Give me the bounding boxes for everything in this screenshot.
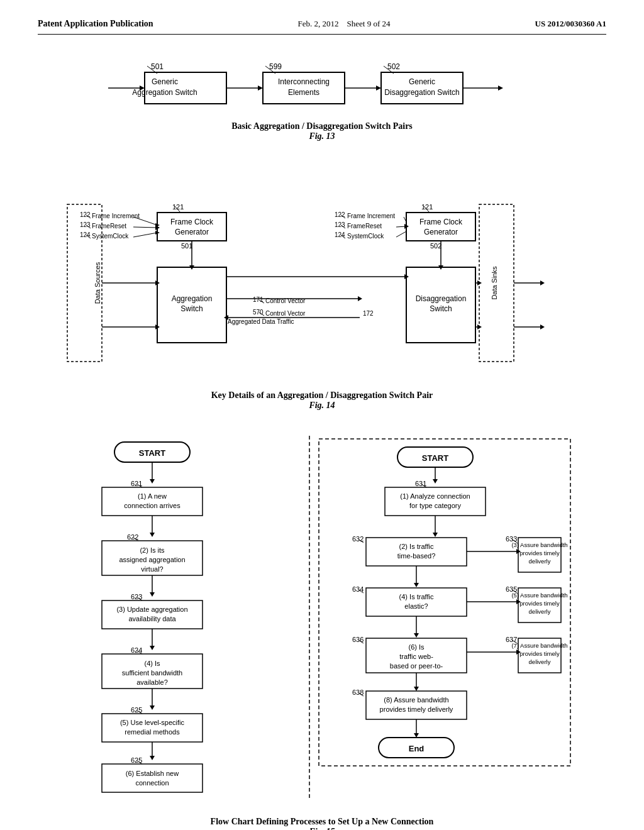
- svg-text:Switch: Switch: [430, 304, 452, 313]
- svg-text:provides timely: provides timely: [519, 600, 560, 607]
- svg-text:(3) Assure bandwidth: (3) Assure bandwidth: [511, 541, 567, 548]
- svg-marker-214: [414, 733, 419, 738]
- svg-text:Aggregated Data Traffic: Aggregated Data Traffic: [228, 318, 294, 325]
- svg-text:(1) A new: (1) A new: [138, 492, 167, 500]
- svg-text:501: 501: [151, 62, 164, 71]
- svg-text:Generic: Generic: [409, 77, 435, 86]
- svg-text:connection: connection: [135, 779, 169, 787]
- svg-text:(2) Is traffic: (2) Is traffic: [399, 543, 434, 550]
- svg-text:SystemClock: SystemClock: [92, 233, 129, 240]
- svg-text:(2) Is its: (2) Is its: [140, 546, 165, 554]
- svg-marker-96: [477, 324, 482, 329]
- svg-marker-8: [258, 86, 263, 91]
- header-center: Feb. 2, 2012 Sheet 9 of 24: [298, 19, 391, 29]
- svg-text:Generator: Generator: [424, 228, 458, 236]
- svg-text:elastic?: elastic?: [404, 602, 428, 610]
- svg-text:(1) Analyze connection: (1) Analyze connection: [400, 492, 470, 500]
- svg-text:remedial methods: remedial methods: [125, 728, 180, 736]
- publication-title: Patent Application Publication: [38, 19, 153, 29]
- fig13-title: Basic Aggregation / Disaggregation Switc…: [231, 121, 413, 131]
- svg-text:for type category: for type category: [409, 502, 461, 509]
- figure-13-section: 501 Generic Aggregation Switch 599 Inter…: [38, 60, 606, 141]
- svg-text:FrameReset: FrameReset: [347, 223, 382, 230]
- fig13-svg: 501 Generic Aggregation Switch 599 Inter…: [108, 60, 536, 116]
- svg-text:deliverly: deliverly: [529, 558, 551, 565]
- fig14-svg: Data Sources 121 Frame Clock Generator 1…: [64, 167, 580, 387]
- svg-text:connection arrives: connection arrives: [124, 502, 180, 509]
- svg-marker-59: [358, 296, 362, 301]
- svg-marker-100: [540, 324, 545, 329]
- svg-text:Frame Clock: Frame Clock: [170, 218, 214, 226]
- svg-text:Control Vector: Control Vector: [265, 310, 306, 317]
- svg-marker-107: [150, 479, 155, 484]
- svg-text:502: 502: [430, 242, 441, 250]
- svg-text:Frame Increment: Frame Increment: [347, 213, 395, 219]
- svg-text:deliverly: deliverly: [529, 658, 551, 665]
- svg-text:(7) Assure bandwidth: (7) Assure bandwidth: [511, 642, 567, 649]
- svg-text:provides timely deliverly: provides timely deliverly: [380, 706, 453, 713]
- patent-number: US 2012/0030360 A1: [535, 19, 606, 29]
- svg-marker-176: [414, 583, 419, 587]
- page-container: Patent Application Publication Feb. 2, 2…: [0, 0, 644, 830]
- svg-marker-137: [150, 706, 155, 710]
- svg-marker-98: [540, 280, 545, 285]
- svg-text:Aggregation: Aggregation: [172, 294, 213, 303]
- svg-text:Disaggregation: Disaggregation: [416, 294, 467, 303]
- svg-text:sufficient bandwidth: sufficient bandwidth: [122, 669, 182, 677]
- svg-text:START: START: [139, 448, 165, 458]
- figure-14-section: Data Sources 121 Frame Clock Generator 1…: [38, 167, 606, 411]
- svg-text:Frame Clock: Frame Clock: [419, 218, 463, 226]
- svg-text:Aggregation Switch: Aggregation Switch: [132, 88, 197, 97]
- svg-marker-191: [414, 633, 419, 638]
- fig14-diagram: Data Sources 121 Frame Clock Generator 1…: [38, 167, 606, 387]
- svg-marker-144: [150, 756, 155, 760]
- svg-text:(4) Is: (4) Is: [144, 660, 160, 667]
- svg-text:provides timely: provides timely: [519, 550, 560, 556]
- svg-text:172: 172: [363, 310, 374, 317]
- fig15-title: Flow Chart Defining Processes to Set Up …: [38, 817, 606, 827]
- svg-text:(6) Establish new: (6) Establish new: [126, 770, 179, 777]
- svg-text:Data Sinks: Data Sinks: [491, 266, 498, 300]
- svg-rect-69: [406, 213, 475, 241]
- svg-text:Elements: Elements: [288, 88, 319, 97]
- svg-marker-129: [150, 646, 155, 650]
- svg-text:deliverly: deliverly: [529, 608, 551, 615]
- svg-rect-147: [102, 764, 203, 792]
- svg-text:Generator: Generator: [175, 228, 209, 236]
- svg-marker-122: [150, 592, 155, 597]
- fig14-title: Key Details of an Aggregation / Disaggre…: [38, 390, 606, 401]
- svg-line-84: [396, 231, 406, 237]
- svg-line-43: [133, 233, 157, 237]
- svg-text:Data Sources: Data Sources: [94, 262, 101, 304]
- svg-text:(3) Update aggregation: (3) Update aggregation: [116, 606, 187, 613]
- svg-marker-161: [433, 533, 438, 537]
- svg-text:501: 501: [181, 242, 192, 250]
- svg-text:502: 502: [387, 62, 400, 71]
- fig15-subtitle: Fig. 15: [38, 827, 606, 830]
- svg-text:START: START: [422, 453, 448, 463]
- svg-text:(6) Is: (6) Is: [408, 643, 425, 651]
- svg-marker-114: [150, 533, 155, 537]
- svg-marker-22: [498, 86, 503, 91]
- svg-text:provides timely: provides timely: [519, 650, 560, 657]
- svg-text:traffic web-: traffic web-: [399, 653, 433, 660]
- sheet-info: Sheet 9 of 24: [347, 19, 391, 28]
- fig15-diagram: START 621 (1) A new connection arrives 6…: [38, 436, 606, 813]
- svg-text:Frame Increment: Frame Increment: [92, 213, 140, 219]
- svg-text:FrameReset: FrameReset: [92, 223, 126, 230]
- svg-text:virtual?: virtual?: [141, 565, 163, 573]
- page-header: Patent Application Publication Feb. 2, 2…: [38, 19, 606, 35]
- svg-text:Generic: Generic: [152, 77, 178, 86]
- svg-rect-27: [157, 213, 226, 241]
- svg-text:time-based?: time-based?: [397, 552, 436, 560]
- figure-15-section: START 621 (1) A new connection arrives 6…: [38, 436, 606, 830]
- fig15-svg: START 621 (1) A new connection arrives 6…: [58, 436, 586, 813]
- fig13-subtitle: Fig. 13: [309, 131, 335, 141]
- svg-line-33: [133, 217, 157, 225]
- svg-text:based or peer-to-: based or peer-to-: [390, 662, 443, 670]
- pub-date: Feb. 2, 2012: [298, 19, 339, 28]
- svg-line-38: [133, 227, 157, 228]
- svg-text:(5) Use level-specific: (5) Use level-specific: [120, 719, 185, 726]
- svg-text:599: 599: [269, 62, 282, 71]
- svg-text:Interconnecting: Interconnecting: [278, 77, 330, 86]
